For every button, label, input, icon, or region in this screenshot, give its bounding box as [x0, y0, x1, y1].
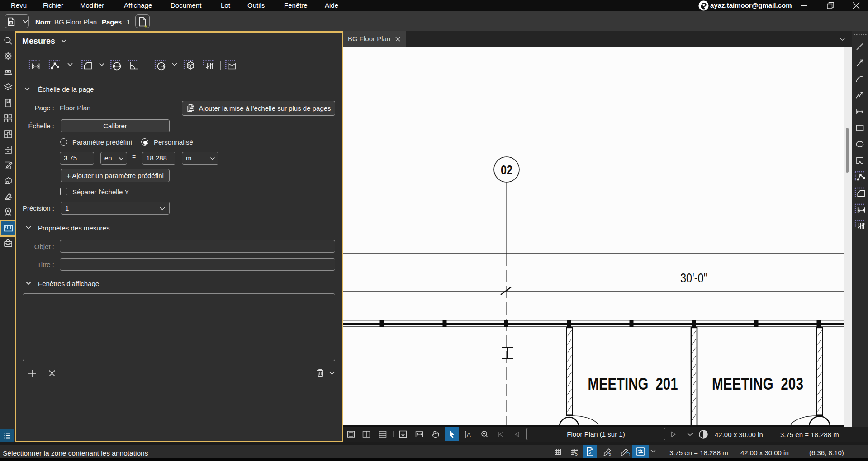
svg-text:30'-0": 30'-0" [680, 270, 707, 285]
svg-text:02: 02 [501, 162, 512, 177]
svg-text:5: 5 [608, 451, 611, 456]
svg-text:A: A [467, 431, 471, 438]
svg-text:5: 5 [588, 450, 591, 455]
svg-text:MEETING 201: MEETING 201 [588, 375, 678, 393]
svg-text:MEETING 203: MEETING 203 [712, 375, 803, 393]
svg-text:5: 5 [575, 451, 578, 456]
